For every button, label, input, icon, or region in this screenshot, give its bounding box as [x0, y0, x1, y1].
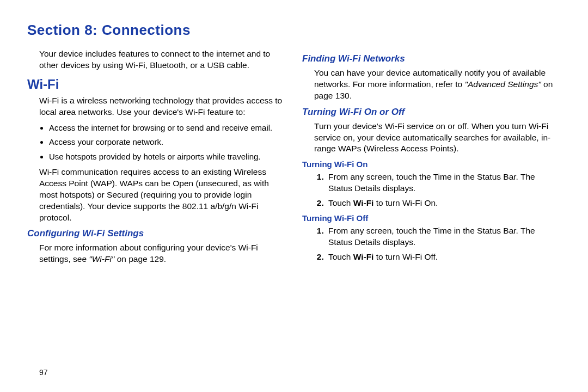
ui-label: Wi-Fi	[353, 198, 374, 207]
list-item: Access your corporate network.	[49, 137, 286, 148]
text: Touch	[328, 252, 353, 261]
manual-page: Section 8: Connections Your device inclu…	[0, 0, 588, 286]
list-item: Use hotspots provided by hotels or airpo…	[49, 151, 286, 162]
right-column: Finding Wi-Fi Networks You can have your…	[302, 48, 561, 270]
section-title: Section 8: Connections	[27, 22, 561, 39]
intro-paragraph: Your device includes features to connect…	[39, 48, 286, 71]
step-item: From any screen, touch the Time in the S…	[326, 225, 561, 248]
wifi-feature-list: Access the internet for browsing or to s…	[39, 122, 286, 162]
list-item: Access the internet for browsing or to s…	[49, 122, 286, 133]
step-item: From any screen, touch the Time in the S…	[326, 171, 561, 194]
cross-reference: "Advanced Settings"	[465, 79, 541, 89]
text: Touch	[328, 198, 353, 207]
two-column-layout: Your device includes features to connect…	[27, 48, 561, 270]
heading-wifi: Wi-Fi	[27, 76, 286, 93]
heading-turning-on: Turning Wi-Fi On	[302, 159, 561, 170]
heading-turning-onoff: Turning Wi-Fi On or Off	[302, 106, 561, 119]
text: on page 129.	[114, 254, 166, 264]
wifi-intro-paragraph: Wi-Fi is a wireless networking technolog…	[39, 95, 286, 118]
onoff-paragraph: Turn your device's Wi-Fi service on or o…	[314, 121, 561, 155]
ui-label: Wi-Fi	[353, 252, 374, 261]
heading-configuring-wifi: Configuring Wi-Fi Settings	[27, 228, 286, 240]
left-column: Your device includes features to connect…	[27, 48, 286, 270]
page-number: 97	[39, 368, 48, 377]
wifi-wap-paragraph: Wi-Fi communication requires access to a…	[39, 167, 286, 224]
step-item: Touch Wi-Fi to turn Wi-Fi Off.	[326, 252, 561, 263]
steps-turning-on: From any screen, touch the Time in the S…	[314, 171, 561, 209]
finding-paragraph: You can have your device automatically n…	[314, 68, 561, 102]
config-paragraph: For more information about configuring y…	[39, 242, 286, 265]
text: to turn Wi-Fi Off.	[373, 252, 438, 261]
steps-turning-off: From any screen, touch the Time in the S…	[314, 225, 561, 263]
heading-turning-off: Turning Wi-Fi Off	[302, 213, 561, 224]
step-item: Touch Wi-Fi to turn Wi-Fi On.	[326, 198, 561, 209]
text: to turn Wi-Fi On.	[373, 198, 438, 207]
cross-reference: "Wi-Fi"	[89, 254, 114, 264]
heading-finding-networks: Finding Wi-Fi Networks	[302, 53, 561, 65]
